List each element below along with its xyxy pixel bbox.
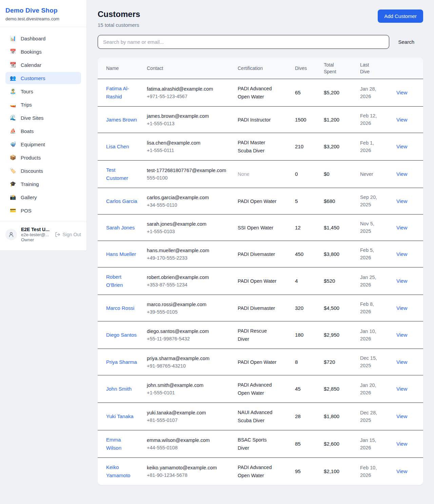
sign-out-button[interactable]: Sign Out <box>55 232 81 237</box>
customer-phone: 555-0100 <box>147 174 230 182</box>
sidebar-item-bookings[interactable]: 📅 Bookings <box>5 45 81 58</box>
customer-last-dive: Jan 28, 2026 <box>360 85 382 100</box>
avatar <box>5 229 17 240</box>
sidebar-item-calendar[interactable]: 📆 Calendar <box>5 59 81 71</box>
sidebar-item-dive-sites[interactable]: 🌊 Dive Sites <box>5 112 81 124</box>
customer-name-link[interactable]: Hans Mueller <box>106 250 136 258</box>
customer-name-link[interactable]: Test Customer <box>106 166 137 182</box>
sidebar-item-trips[interactable]: 🚤 Trips <box>5 98 81 111</box>
view-link[interactable]: View <box>396 225 407 230</box>
customer-phone: +1-555-0103 <box>147 228 230 235</box>
search-input[interactable] <box>98 35 389 49</box>
view-link[interactable]: View <box>396 332 407 338</box>
customer-dives: 65 <box>295 90 301 95</box>
view-link[interactable]: View <box>396 413 407 419</box>
view-link[interactable]: View <box>396 117 407 123</box>
customer-name-link[interactable]: Emma Wilson <box>106 436 137 452</box>
customer-name-link[interactable]: Priya Sharma <box>106 358 137 366</box>
search-button[interactable]: Search <box>389 39 423 45</box>
table-row: James Brown james.brown@example.com +1-5… <box>98 107 423 133</box>
customer-email: carlos.garcia@example.com <box>147 194 230 201</box>
customer-last-dive: Jan 20, 2026 <box>360 381 382 396</box>
sidebar-header: Demo Dive Shop demo.test.divestreams.com <box>0 0 86 27</box>
customer-certification: PADI Rescue Diver <box>238 327 278 343</box>
customer-dives: 12 <box>295 225 301 230</box>
customer-last-dive: Never <box>360 170 373 178</box>
customer-total-spent: $2,850 <box>324 386 339 392</box>
table-row: Emma Wilson emma.wilson@example.com +44-… <box>98 430 423 458</box>
customer-name-link[interactable]: Keiko Yamamoto <box>106 463 137 480</box>
user-email: e2e-tester@... <box>21 232 51 237</box>
view-link[interactable]: View <box>396 386 407 392</box>
sidebar-item-pos[interactable]: 💳 POS <box>5 204 81 217</box>
add-customer-button[interactable]: Add Customer <box>378 10 423 23</box>
products-icon: 📦 <box>9 154 16 161</box>
customer-phone: +55-11-99876-5432 <box>147 335 230 342</box>
customer-total-spent: $680 <box>324 198 335 204</box>
sidebar-item-dashboard[interactable]: 📊 Dashboard <box>5 32 81 44</box>
customer-name-link[interactable]: Lisa Chen <box>106 143 129 151</box>
view-link[interactable]: View <box>396 468 407 474</box>
sidebar-item-tours[interactable]: 🏝️ Tours <box>5 85 81 97</box>
customer-total-spent: $1,450 <box>324 225 339 230</box>
view-link[interactable]: View <box>396 90 407 95</box>
customer-name-link[interactable]: Sarah Jones <box>106 224 135 232</box>
customer-name-link[interactable]: John Smith <box>106 385 132 393</box>
customer-dives: 45 <box>295 386 301 392</box>
customer-last-dive: Sep 20, 2025 <box>360 193 382 208</box>
sidebar-item-training[interactable]: 🎓 Training <box>5 178 81 190</box>
customer-name-link[interactable]: Carlos Garcia <box>106 197 137 205</box>
sidebar-item-boats[interactable]: ⛵ Boats <box>5 125 81 137</box>
customer-last-dive: Dec 28, 2025 <box>360 409 382 424</box>
sidebar-item-label: POS <box>21 208 32 213</box>
customer-phone: +39-555-0105 <box>147 308 230 316</box>
customer-dives: 180 <box>295 332 303 338</box>
sidebar-item-label: Tours <box>21 89 33 94</box>
dashboard-icon: 📊 <box>9 35 16 41</box>
column-header-total-spent: Total Spent <box>324 58 360 79</box>
customer-email: keiko.yamamoto@example.com <box>147 464 230 471</box>
user-meta: E2E Test U... e2e-tester@... Owner <box>21 227 51 242</box>
customer-certification: PADI Open Water <box>238 358 276 366</box>
table-row: John Smith john.smith@example.com +1-555… <box>98 375 423 403</box>
view-link[interactable]: View <box>396 305 407 311</box>
sidebar-item-discounts[interactable]: 🏷️ Discounts <box>5 165 81 177</box>
view-link[interactable]: View <box>396 359 407 365</box>
customer-last-dive: Jan 10, 2026 <box>360 328 382 342</box>
customer-name-link[interactable]: Diego Santos <box>106 331 137 339</box>
sidebar-item-gallery[interactable]: 📸 Gallery <box>5 191 81 203</box>
customer-last-dive: Nov 5, 2025 <box>360 220 382 235</box>
customer-name-link[interactable]: Marco Rossi <box>106 304 134 312</box>
view-link[interactable]: View <box>396 278 407 284</box>
table-row: Test Customer test-1772681807767@example… <box>98 161 423 188</box>
customer-name-link[interactable]: James Brown <box>106 116 137 124</box>
view-link[interactable]: View <box>396 144 407 149</box>
sidebar-item-customers[interactable]: 👥 Customers <box>5 72 81 84</box>
customer-certification: PADI Advanced Open Water <box>238 85 278 101</box>
customer-email: james.brown@example.com <box>147 112 230 120</box>
customer-phone: +353-87-555-1234 <box>147 281 230 288</box>
customer-dives: 320 <box>295 305 303 311</box>
customer-phone: +91-98765-43210 <box>147 362 230 370</box>
view-link[interactable]: View <box>396 171 407 177</box>
table-row: Sarah Jones sarah.jones@example.com +1-5… <box>98 214 423 241</box>
customer-certification: PADI Divemaster <box>238 304 275 312</box>
column-header-last-dive: Last Dive <box>360 58 396 79</box>
customer-name-link[interactable]: Fatima Al-Rashid <box>106 85 137 101</box>
customer-email: diego.santos@example.com <box>147 328 230 335</box>
user-role: Owner <box>21 237 51 242</box>
sidebar-item-products[interactable]: 📦 Products <box>5 151 81 164</box>
view-link[interactable]: View <box>396 441 407 447</box>
view-link[interactable]: View <box>396 251 407 257</box>
view-link[interactable]: View <box>396 198 407 204</box>
table-row: Keiko Yamamoto keiko.yamamoto@example.co… <box>98 458 423 485</box>
sidebar: Demo Dive Shop demo.test.divestreams.com… <box>0 0 87 251</box>
customer-dives: 1500 <box>295 117 306 123</box>
customer-total-spent: $2,950 <box>324 332 339 338</box>
sidebar-item-label: Dive Sites <box>21 115 44 121</box>
sidebar-item-equipment[interactable]: 🤿 Equipment <box>5 138 81 150</box>
customer-name-link[interactable]: Robert O'Brien <box>106 273 137 289</box>
customer-last-dive: Feb 12, 2026 <box>360 112 382 127</box>
page-head-text: Customers 15 total customers <box>98 10 140 28</box>
customer-name-link[interactable]: Yuki Tanaka <box>106 412 134 421</box>
